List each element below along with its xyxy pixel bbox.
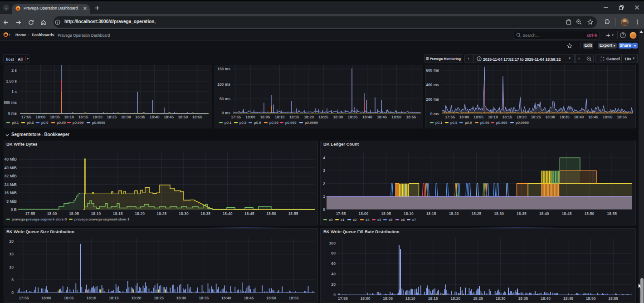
svg-text:18:30: 18:30 <box>333 115 343 119</box>
svg-text:18:20: 18:20 <box>304 115 314 119</box>
svg-text:18:35: 18:35 <box>200 211 210 216</box>
svg-text:18:05: 18:05 <box>64 296 74 300</box>
svg-text:18:10: 18:10 <box>86 296 96 300</box>
svg-text:18:05: 18:05 <box>69 211 79 216</box>
svg-text:18:20: 18:20 <box>517 115 527 119</box>
svg-text:0 ms: 0 ms <box>430 112 439 116</box>
svg-text:18:45: 18:45 <box>164 115 174 119</box>
svg-text:18:00: 18:00 <box>47 211 57 216</box>
svg-text:p0.999: p0.999 <box>73 121 84 125</box>
svg-text:p0.9: p0.9 <box>254 121 261 125</box>
svg-text:48 MiB: 48 MiB <box>5 157 17 161</box>
svg-text:17:55: 17:55 <box>25 211 35 216</box>
svg-text:p0.9999: p0.9999 <box>305 121 318 125</box>
svg-text:17:55: 17:55 <box>21 115 31 119</box>
svg-text:17:55: 17:55 <box>338 296 348 301</box>
svg-text:18:45: 18:45 <box>562 211 572 216</box>
svg-text:18:25: 18:25 <box>531 115 541 119</box>
svg-text:0 B: 0 B <box>11 207 17 212</box>
svg-text:80: 80 <box>332 251 336 255</box>
svg-text:18:10: 18:10 <box>404 211 414 216</box>
svg-text:BK Write Bytes: BK Write Bytes <box>6 142 37 147</box>
svg-text:18:55: 18:55 <box>617 115 627 119</box>
svg-text:c7: c7 <box>412 218 416 222</box>
svg-text:18:30: 18:30 <box>545 115 555 119</box>
svg-text:18:30: 18:30 <box>179 211 189 216</box>
svg-text:5: 5 <box>11 278 14 282</box>
svg-text:18:35: 18:35 <box>518 296 528 301</box>
svg-text:0 ms: 0 ms <box>8 111 17 116</box>
svg-text:pravega-pravega-segment-store-: pravega-pravega-segment-store-1 <box>74 217 130 221</box>
svg-text:600 ms: 600 ms <box>426 68 439 73</box>
svg-text:18:15: 18:15 <box>113 211 123 216</box>
svg-text:c4: c4 <box>377 218 381 222</box>
svg-text:18:50: 18:50 <box>178 115 188 119</box>
svg-text:18:10: 18:10 <box>405 296 415 301</box>
svg-text:18:30: 18:30 <box>494 211 504 216</box>
svg-text:18:25: 18:25 <box>107 115 117 119</box>
svg-text:18:35: 18:35 <box>517 211 527 216</box>
svg-text:18:55: 18:55 <box>288 211 298 216</box>
svg-text:4: 4 <box>323 156 325 160</box>
svg-text:18:55: 18:55 <box>406 115 416 119</box>
svg-text:18:15: 18:15 <box>289 115 299 119</box>
svg-text:18:20: 18:20 <box>450 296 460 301</box>
svg-text:BK Write Queue Fill Rate Distr: BK Write Queue Fill Rate Distribution <box>323 229 400 234</box>
svg-text:18:55: 18:55 <box>607 211 617 216</box>
svg-text:18:50: 18:50 <box>584 211 594 216</box>
svg-text:18:55: 18:55 <box>192 115 202 119</box>
svg-text:200 ms: 200 ms <box>426 97 439 102</box>
svg-text:c0: c0 <box>329 218 333 222</box>
svg-text:18:10: 18:10 <box>64 115 74 119</box>
svg-text:p0.999: p0.999 <box>285 121 297 125</box>
svg-text:18:05: 18:05 <box>50 115 60 119</box>
svg-text:18:25: 18:25 <box>157 211 167 216</box>
svg-text:18:30: 18:30 <box>176 296 186 300</box>
svg-text:18:50: 18:50 <box>586 296 596 301</box>
svg-text:50 ms: 50 ms <box>220 97 230 101</box>
svg-text:18:20: 18:20 <box>135 211 145 216</box>
svg-text:2 s: 2 s <box>11 68 17 73</box>
svg-text:18:10: 18:10 <box>488 115 498 119</box>
svg-text:18:25: 18:25 <box>318 115 328 119</box>
svg-text:18:00: 18:00 <box>361 296 371 301</box>
svg-text:18:20: 18:20 <box>132 296 141 300</box>
svg-text:18:45: 18:45 <box>563 296 573 301</box>
svg-text:p0.99: p0.99 <box>269 121 279 125</box>
svg-text:18:45: 18:45 <box>244 296 254 300</box>
svg-text:p0.9: p0.9 <box>41 121 49 125</box>
svg-text:15: 15 <box>10 252 14 256</box>
svg-text:18:55: 18:55 <box>608 296 618 301</box>
svg-text:18:50: 18:50 <box>266 296 276 300</box>
svg-text:p0.99: p0.99 <box>57 121 66 125</box>
svg-text:400 ms: 400 ms <box>426 83 439 87</box>
svg-text:0: 0 <box>11 290 14 295</box>
svg-text:18:40: 18:40 <box>223 211 233 216</box>
svg-text:p0.9999: p0.9999 <box>92 121 105 125</box>
svg-text:18:35: 18:35 <box>135 115 145 119</box>
svg-text:18:30: 18:30 <box>121 115 131 119</box>
svg-text:0: 0 <box>323 207 325 212</box>
svg-text:p0.99: p0.99 <box>480 121 490 125</box>
svg-text:18:15: 18:15 <box>109 296 119 300</box>
svg-text:60: 60 <box>332 261 336 266</box>
svg-text:18:50: 18:50 <box>391 115 401 119</box>
svg-text:p0.5: p0.5 <box>239 121 247 125</box>
svg-text:18:05: 18:05 <box>383 296 393 301</box>
svg-text:17:55: 17:55 <box>336 211 346 216</box>
svg-text:40 MiB: 40 MiB <box>5 166 17 170</box>
svg-text:0: 0 <box>333 293 336 297</box>
svg-text:18:40: 18:40 <box>362 115 372 119</box>
svg-text:0 ms: 0 ms <box>222 111 231 115</box>
svg-text:18:40: 18:40 <box>539 211 549 216</box>
svg-text:18:45: 18:45 <box>377 115 387 119</box>
svg-text:24 MiB: 24 MiB <box>5 182 17 187</box>
svg-text:2: 2 <box>323 181 325 186</box>
svg-text:18:05: 18:05 <box>381 211 391 216</box>
svg-text:40: 40 <box>332 272 336 276</box>
svg-text:18:35: 18:35 <box>348 115 358 119</box>
svg-text:p0.999: p0.999 <box>496 121 507 125</box>
svg-text:100: 100 <box>329 241 336 245</box>
svg-text:18:05: 18:05 <box>473 115 483 119</box>
svg-text:18:25: 18:25 <box>473 296 483 301</box>
